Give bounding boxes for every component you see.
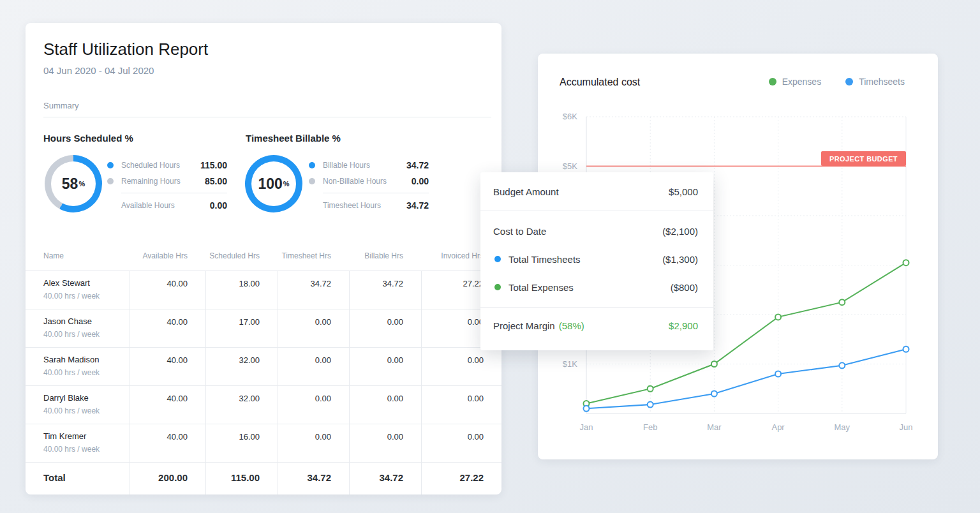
total-expenses-label: Total Expenses <box>509 282 574 293</box>
percent-sign: % <box>78 180 85 188</box>
staff-hours-per-week: 40.00 hrs / week <box>43 406 130 415</box>
legend-value: 0.00 <box>412 176 429 186</box>
staff-name: Alex Stewart <box>43 278 130 288</box>
staff-hours-per-week: 40.00 hrs / week <box>43 292 130 301</box>
total-value-cell: 27.22 <box>421 463 501 494</box>
budget-amount-row: Budget Amount $5,000 <box>480 172 713 211</box>
hours-cell: 0.00 <box>278 424 349 462</box>
staff-name-cell: Tim Kremer40.00 hrs / week <box>26 424 130 462</box>
table-row: Jason Chase40.00 hrs / week40.0017.000.0… <box>26 309 501 348</box>
hours-cell: 0.00 <box>349 309 421 347</box>
data-point-timehseets-mar <box>711 391 717 397</box>
hours-scheduled-percent: 58 <box>62 175 78 193</box>
footer-value: 34.72 <box>406 200 429 211</box>
hours-cell: 0.00 <box>349 386 421 424</box>
footer-label: Timesheet Hours <box>323 201 406 210</box>
total-expenses-value: ($800) <box>671 282 698 293</box>
page-title: Staff Utilization Report <box>43 40 208 59</box>
data-point-timehseets-jan <box>584 406 590 412</box>
percent-sign: % <box>283 180 290 188</box>
hours-cell: 40.00 <box>130 424 205 462</box>
staff-hours-per-week: 40.00 hrs / week <box>43 445 130 454</box>
summary-legend-row: Remaining Hours85.00 <box>107 173 227 189</box>
expenses-dot-icon <box>494 284 501 290</box>
hours-cell: 0.00 <box>278 348 349 385</box>
column-header: Billable Hrs <box>349 251 421 260</box>
total-timesheets-row: Total Timesheets ($1,300) <box>480 245 713 273</box>
cost-to-date-row: Cost to Date ($2,100) <box>480 217 713 245</box>
hours-cell: 0.00 <box>421 348 501 385</box>
hours-cell: 32.00 <box>205 348 278 385</box>
summary-legend-row: Billable Hours34.72 <box>309 157 429 173</box>
legend-dot-icon <box>309 162 315 168</box>
hours-cell: 0.00 <box>421 424 501 462</box>
timesheet-billable-donut-hole: 100% <box>251 161 296 206</box>
legend-divider <box>121 193 227 193</box>
timesheet-billable-legend: Billable Hours34.72Non-Billable Hours0.0… <box>309 157 429 213</box>
cost-to-date-value: ($2,100) <box>662 226 698 237</box>
total-value-cell: 34.72 <box>349 463 421 494</box>
y-axis-tick: $6K <box>563 112 577 121</box>
column-header: Scheduled Hrs <box>205 251 278 260</box>
timesheet-billable-heading: Timesheet Billable % <box>246 133 341 144</box>
staff-table-header: NameAvailable HrsScheduled HrsTimesheet … <box>26 241 501 271</box>
cost-to-date-label: Cost to Date <box>493 226 546 237</box>
legend-value: 34.72 <box>406 160 429 170</box>
legend-label: Remaining Hours <box>121 177 205 186</box>
y-axis-tick: $1K <box>563 359 577 369</box>
summary-section-label: Summary <box>43 101 79 110</box>
x-axis-tick: Apr <box>771 422 785 432</box>
legend-dot-icon <box>107 178 114 184</box>
table-row: Sarah Madison40.00 hrs / week40.0032.000… <box>26 348 501 386</box>
legend-dot-icon <box>107 162 114 168</box>
hours-scheduled-donut: 58% <box>45 155 102 212</box>
hours-scheduled-donut-hole: 58% <box>51 161 96 206</box>
staff-table-body: Alex Stewart40.00 hrs / week40.0018.0034… <box>26 271 501 463</box>
total-label: Total <box>26 463 130 494</box>
total-expenses-row: Total Expenses ($800) <box>480 273 713 301</box>
legend-label: Non-Billable Hours <box>323 177 412 186</box>
footer-label: Available Hours <box>121 201 210 210</box>
summary-legend-row: Scheduled Hours115.00 <box>107 157 227 173</box>
timesheet-billable-percent: 100 <box>258 175 282 193</box>
project-margin-label: Project Margin <box>493 320 555 331</box>
hours-cell: 18.00 <box>205 271 278 309</box>
table-row: Tim Kremer40.00 hrs / week40.0016.000.00… <box>26 424 501 463</box>
staff-table-total-row: Total200.00115.0034.7234.7227.22 <box>26 463 501 494</box>
hours-cell: 0.00 <box>349 348 421 385</box>
hours-cell: 34.72 <box>349 271 421 309</box>
data-point-timehseets-jun <box>903 346 909 352</box>
total-timesheets-value: ($1,300) <box>662 254 698 265</box>
column-header: Name <box>26 251 130 260</box>
hours-scheduled-legend: Scheduled Hours115.00Remaining Hours85.0… <box>107 157 227 213</box>
hours-cell: 40.00 <box>130 309 205 347</box>
hours-cell: 16.00 <box>205 424 278 462</box>
x-axis-tick: Feb <box>643 422 657 432</box>
total-value-cell: 200.00 <box>130 463 205 494</box>
summary-footer-row: Timesheet Hours34.72 <box>309 197 429 213</box>
hours-cell: 0.00 <box>278 386 349 424</box>
total-timesheets-label: Total Timesheets <box>509 254 581 265</box>
budget-amount-label: Budget Amount <box>493 186 559 197</box>
x-axis-tick: May <box>835 422 850 432</box>
legend-divider <box>323 193 429 193</box>
legend-dot-icon <box>309 178 315 184</box>
data-point-timehseets-may <box>839 362 845 368</box>
data-point-expenses-jun <box>903 260 909 265</box>
staff-name-cell: Alex Stewart40.00 hrs / week <box>26 271 130 309</box>
x-axis-tick: Mar <box>707 422 722 432</box>
budget-amount-value: $5,000 <box>669 186 698 197</box>
staff-utilization-card: Staff Utilization Report 04 Jun 2020 - 0… <box>26 23 501 494</box>
legend-label: Scheduled Hours <box>121 161 200 170</box>
hours-scheduled-heading: Hours Scheduled % <box>43 133 133 144</box>
hours-cell: 0.00 <box>278 309 349 347</box>
y-axis-tick: $5K <box>563 161 577 171</box>
data-point-timehseets-apr <box>775 371 781 377</box>
data-point-expenses-feb <box>648 386 653 392</box>
staff-name-cell: Sarah Madison40.00 hrs / week <box>26 348 130 385</box>
legend-value: 85.00 <box>205 176 227 186</box>
staff-name: Tim Kremer <box>43 431 130 441</box>
budget-tooltip: Budget Amount $5,000 Cost to Date ($2,10… <box>480 172 713 350</box>
hours-cell: 32.00 <box>205 386 278 424</box>
x-axis-tick: Jun <box>900 422 913 432</box>
